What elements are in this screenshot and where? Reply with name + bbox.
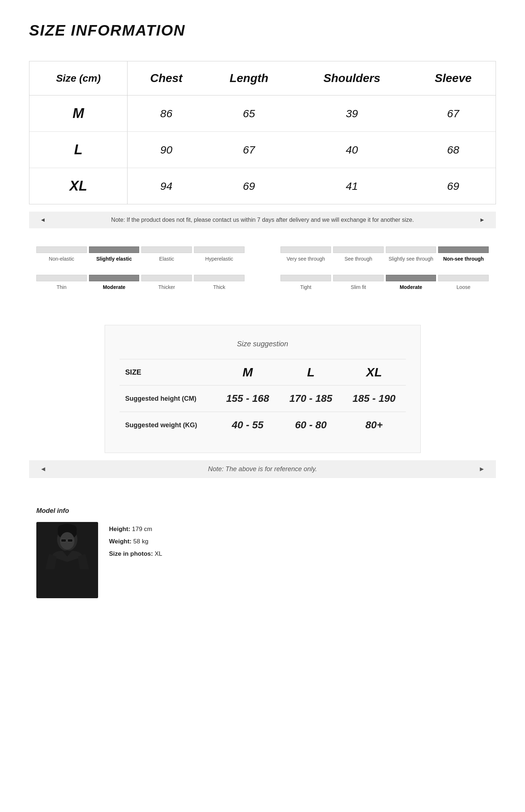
attributes-section: Non-elasticSlightly elasticElasticHypere…: [29, 246, 496, 303]
right-arrow-1[interactable]: ►: [479, 217, 485, 223]
model-height: Height: 179 cm: [109, 526, 162, 533]
elasticity-labels: Non-elasticSlightly elasticElasticHypere…: [36, 256, 245, 262]
right-arrow-2[interactable]: ►: [478, 465, 485, 473]
col-header-sleeve: Sleeve: [411, 61, 496, 95]
scale-segment: [280, 246, 331, 253]
scale-label: Thick: [194, 284, 245, 290]
cell-chest: 94: [128, 168, 205, 204]
scale-segment: [333, 246, 384, 253]
elasticity-bar: [36, 246, 245, 253]
page-title: SIZE INFORMATION: [29, 22, 496, 39]
cell-sleeve: 67: [411, 95, 496, 132]
scale-label: Non-elastic: [36, 256, 87, 262]
cell-shoulders: 39: [293, 95, 411, 132]
scale-label: Moderate: [386, 284, 436, 290]
scale-segment: [194, 246, 245, 253]
cell-length: 67: [205, 132, 293, 168]
table-row: M 86 65 39 67: [29, 95, 496, 132]
note-bar-2: ◄ Note: The above is for reference only.…: [29, 460, 496, 478]
cell-sleeve: 69: [411, 168, 496, 204]
scale-label: Slightly elastic: [89, 256, 140, 262]
cell-sleeve: 68: [411, 132, 496, 168]
suggestion-header-row: SIZE M L XL: [120, 359, 406, 385]
table-row: XL 94 69 41 69: [29, 168, 496, 204]
scale-label: Tight: [280, 284, 331, 290]
scale-label: Hyperelastic: [194, 256, 245, 262]
col-header-chest: Chest: [128, 61, 205, 95]
table-row: L 90 67 40 68: [29, 132, 496, 168]
suggestion-row-value: 185 - 190: [343, 385, 406, 412]
cell-chest: 86: [128, 95, 205, 132]
scale-segment: [36, 246, 87, 253]
scale-segment: [141, 275, 192, 281]
scale-segment: [280, 275, 331, 281]
size-table: Size (cm) Chest Length Shoulders Sleeve …: [29, 61, 496, 204]
col-header-size: Size (cm): [29, 61, 128, 95]
model-weight-label: Weight:: [109, 538, 132, 545]
cell-size: M: [29, 95, 128, 132]
model-details: Height: 179 cm Weight: 58 kg Size in pho…: [109, 522, 162, 563]
scale-label: Moderate: [89, 284, 140, 290]
scale-segment: [141, 246, 192, 253]
suggestion-col-l: L: [279, 359, 343, 385]
col-header-length: Length: [205, 61, 293, 95]
suggestion-col-m: M: [216, 359, 279, 385]
scale-label: See through: [333, 256, 384, 262]
cell-size: L: [29, 132, 128, 168]
fit-row: TightSlim fitModerateLoose: [280, 275, 489, 290]
transparency-row: Very see throughSee throughSlightly see …: [280, 246, 489, 262]
model-height-value: 179 cm: [132, 526, 152, 533]
svg-rect-5: [68, 539, 73, 542]
suggestion-row-value: 40 - 55: [216, 412, 279, 438]
scale-label: Non-see through: [438, 256, 489, 262]
suggestion-row-value: 155 - 168: [216, 385, 279, 412]
scale-segment: [194, 275, 245, 281]
suggestion-table-row: Suggested height (CM)155 - 168170 - 1851…: [120, 385, 406, 412]
scale-label: Thicker: [141, 284, 192, 290]
left-arrow-1[interactable]: ◄: [40, 217, 46, 223]
scale-label: Very see through: [280, 256, 331, 262]
suggestion-table: SIZE M L XL Suggested height (CM)155 - 1…: [120, 359, 406, 438]
col-header-shoulders: Shoulders: [293, 61, 411, 95]
size-suggestion-section: Size suggestion SIZE M L XL Suggested he…: [105, 325, 421, 453]
model-height-label: Height:: [109, 526, 130, 533]
fit-labels: TightSlim fitModerateLoose: [280, 284, 489, 290]
scale-label: Slim fit: [333, 284, 384, 290]
cell-chest: 90: [128, 132, 205, 168]
scale-segment: [386, 246, 436, 253]
transparency-bar: [280, 246, 489, 253]
suggestion-col-size-label: SIZE: [120, 359, 216, 385]
size-table-container: Size (cm) Chest Length Shoulders Sleeve …: [29, 61, 496, 204]
suggestion-table-row: Suggested weight (KG)40 - 5560 - 8080+: [120, 412, 406, 438]
scale-label: Slightly see through: [386, 256, 436, 262]
thickness-labels: ThinModerateThickerThick: [36, 284, 245, 290]
attr-group-right: Very see throughSee throughSlightly see …: [280, 246, 489, 303]
model-size: Size in photos: XL: [109, 550, 162, 558]
model-section-title: Model info: [36, 507, 489, 515]
scale-segment: [333, 275, 384, 281]
suggestion-row-value: 80+: [343, 412, 406, 438]
scale-label: Thin: [36, 284, 87, 290]
left-arrow-2[interactable]: ◄: [40, 465, 47, 473]
cell-shoulders: 40: [293, 132, 411, 168]
suggestion-row-value: 170 - 185: [279, 385, 343, 412]
model-content: Height: 179 cm Weight: 58 kg Size in pho…: [36, 522, 489, 598]
scale-segment: [89, 246, 140, 253]
table-header-row: Size (cm) Chest Length Shoulders Sleeve: [29, 61, 496, 95]
note-text-1: Note: If the product does not fit, pleas…: [111, 217, 414, 223]
fit-bar: [280, 275, 489, 281]
svg-rect-7: [54, 568, 80, 597]
cell-size: XL: [29, 168, 128, 204]
model-weight: Weight: 58 kg: [109, 538, 162, 545]
attr-group-left: Non-elasticSlightly elasticElasticHypere…: [36, 246, 245, 303]
scale-label: Elastic: [141, 256, 192, 262]
model-size-label: Size in photos:: [109, 550, 153, 557]
transparency-labels: Very see throughSee throughSlightly see …: [280, 256, 489, 262]
model-section: Model info: [29, 500, 496, 605]
suggestion-row-label: Suggested height (CM): [120, 385, 216, 412]
scale-segment: [386, 275, 436, 281]
model-photo: [36, 522, 98, 598]
model-image: [36, 522, 98, 598]
cell-length: 69: [205, 168, 293, 204]
suggestion-row-label: Suggested weight (KG): [120, 412, 216, 438]
